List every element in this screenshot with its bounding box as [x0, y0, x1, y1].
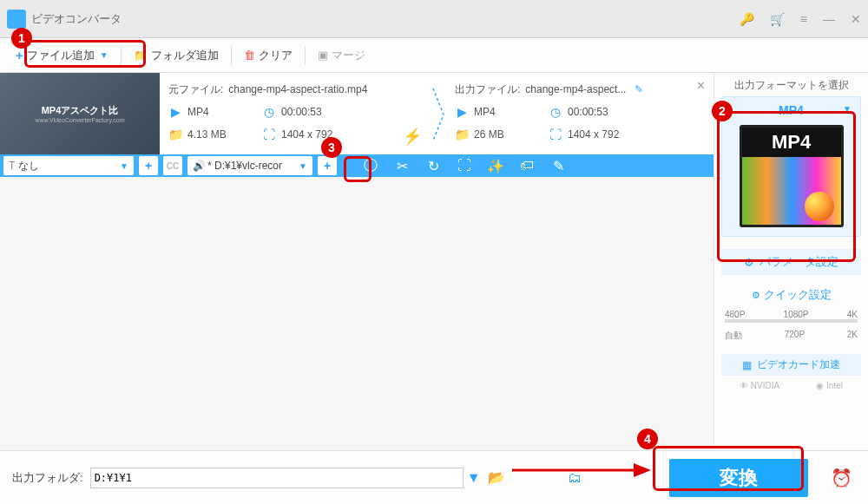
add-file-label: ファイル追加 [27, 48, 95, 63]
gpu-label: ビデオカード加速 [757, 357, 840, 372]
chevron-down-icon[interactable]: ▼ [100, 50, 108, 60]
remove-item-button[interactable]: × [697, 78, 705, 94]
format-img-label: MP4 [742, 128, 841, 157]
alarm-icon[interactable]: ⏰ [831, 468, 852, 488]
cc-label: CC [167, 161, 179, 171]
cc-button[interactable]: CC [163, 156, 182, 175]
quick-settings-title: クイック設定 [721, 287, 861, 303]
thumb-subtitle: www.VideoConverterFactory.com [35, 117, 124, 123]
thumbnail[interactable]: MP4アスペクト比 www.VideoConverterFactory.com [0, 73, 160, 154]
clear-button[interactable]: 🗑 クリア [235, 44, 301, 67]
merge-label: マージ [332, 48, 365, 63]
add-subtitle-button[interactable]: + [139, 156, 158, 175]
output-format: MP4 [474, 106, 543, 118]
open-folder-icon[interactable]: 📂 [487, 469, 506, 486]
cut-icon[interactable]: ✂ [389, 156, 415, 175]
chip-icon: ▦ [742, 359, 752, 371]
res-4k: 4K [847, 310, 858, 319]
chevron-down-icon: ▼ [299, 161, 307, 171]
add-folder-label: フォルダ追加 [151, 48, 219, 63]
source-dims: 1404 x 792 [281, 128, 332, 141]
browse-folder-icon[interactable]: 🗂 [565, 470, 584, 486]
resolution-slider[interactable] [725, 319, 858, 323]
output-file-name: change-mp4-aspect... [525, 83, 626, 95]
rotate-icon[interactable]: ↻ [420, 156, 446, 175]
edit-icon[interactable]: ✎ [635, 83, 643, 95]
chevron-down-icon: ▼ [843, 104, 852, 114]
output-folder-input[interactable] [90, 468, 464, 488]
clock-icon: ◷ [262, 105, 276, 119]
file-item: MP4アスペクト比 www.VideoConverterFactory.com … [0, 73, 713, 177]
subtitle-value: なし [18, 159, 118, 173]
convert-button[interactable]: 変換 [669, 459, 808, 497]
res-auto: 自動 [725, 330, 742, 342]
chevron-down-icon: ▼ [120, 161, 128, 171]
key-icon[interactable]: 🔑 [740, 12, 754, 26]
merge-button[interactable]: ▣ マージ [309, 44, 374, 67]
output-duration: 00:00:53 [568, 106, 608, 118]
bolt-icon: ⚡ [403, 127, 422, 146]
speaker-icon: 🔊 [193, 160, 206, 172]
clock-icon: ◷ [549, 105, 562, 119]
cart-icon[interactable]: 🛒 [770, 12, 785, 26]
audio-value: * D:¥1¥vlc-recor [207, 160, 297, 172]
text-icon: T [9, 160, 15, 172]
res-2k: 2K [847, 330, 858, 342]
clear-label: クリア [259, 48, 293, 63]
chevron-down-icon[interactable]: ▼ [467, 470, 481, 486]
format-selector[interactable]: MP4 ▼ MP4 [721, 96, 861, 237]
merge-icon: ▣ [318, 49, 328, 62]
format-label: MP4 [779, 103, 804, 117]
gpu-accel-button[interactable]: ▦ ビデオカード加速 [721, 354, 861, 376]
res-480p: 480P [725, 310, 745, 319]
subtitle-dropdown[interactable]: T なし ▼ [3, 156, 134, 175]
source-size: 4.13 MB [187, 128, 257, 141]
dimensions-icon: ⛶ [262, 128, 276, 141]
info-icon[interactable]: ⓘ [358, 156, 384, 175]
close-button[interactable]: ✕ [851, 12, 861, 26]
crop-icon[interactable]: ⛶ [451, 156, 477, 175]
minimize-button[interactable]: — [823, 12, 835, 26]
format-preview-image: MP4 [740, 125, 844, 227]
output-size: 26 MB [474, 128, 543, 141]
res-1080p: 1080P [784, 310, 809, 319]
param-label: パラメータ設定 [760, 254, 838, 270]
source-duration: 00:00:53 [281, 106, 322, 118]
sliders-icon: ⚙ [744, 256, 754, 269]
app-icon [7, 10, 26, 29]
window-title: ビデオコンバータ [31, 11, 740, 27]
dimensions-icon: ⛶ [549, 128, 562, 141]
folder-icon: 📁 [134, 49, 148, 62]
res-720p: 720P [785, 330, 805, 342]
output-folder-label: 出力フォルダ: [12, 470, 83, 486]
folder-icon: 📁 [455, 128, 469, 141]
source-file-name: change-mp4-aspect-ratio.mp4 [228, 83, 367, 95]
plus-icon: + [16, 48, 23, 62]
add-folder-button[interactable]: 📁 フォルダ追加 [125, 44, 227, 67]
edit-icon[interactable]: ✎ [545, 156, 571, 175]
audio-dropdown[interactable]: 🔊 * D:¥1¥vlc-recor ▼ [187, 156, 312, 175]
source-file-label: 元ファイル: [168, 82, 223, 97]
menu-icon[interactable]: ≡ [800, 12, 807, 26]
play-icon: ▶ [455, 105, 469, 119]
watermark-icon[interactable]: 🏷 [514, 156, 540, 175]
intel-label: ◉ Intel [816, 381, 843, 390]
output-dims: 1404 x 792 [568, 128, 619, 141]
thumb-title: MP4アスペクト比 [42, 104, 119, 117]
source-format: MP4 [187, 106, 257, 118]
output-file-label: 出力ファイル: [455, 82, 520, 97]
output-format-title: 出力フォーマットを選択 [721, 78, 861, 93]
play-icon: ▶ [168, 105, 182, 119]
add-file-button[interactable]: + ファイル追加 ▼ [7, 44, 117, 67]
trash-icon: 🗑 [244, 49, 255, 62]
folder-icon: 📁 [168, 128, 182, 141]
effects-icon[interactable]: ✨ [483, 156, 509, 175]
nvidia-label: 👁 NVIDIA [740, 381, 779, 390]
add-audio-button[interactable]: + [318, 156, 337, 175]
parameter-settings-button[interactable]: ⚙ パラメータ設定 [721, 249, 861, 275]
